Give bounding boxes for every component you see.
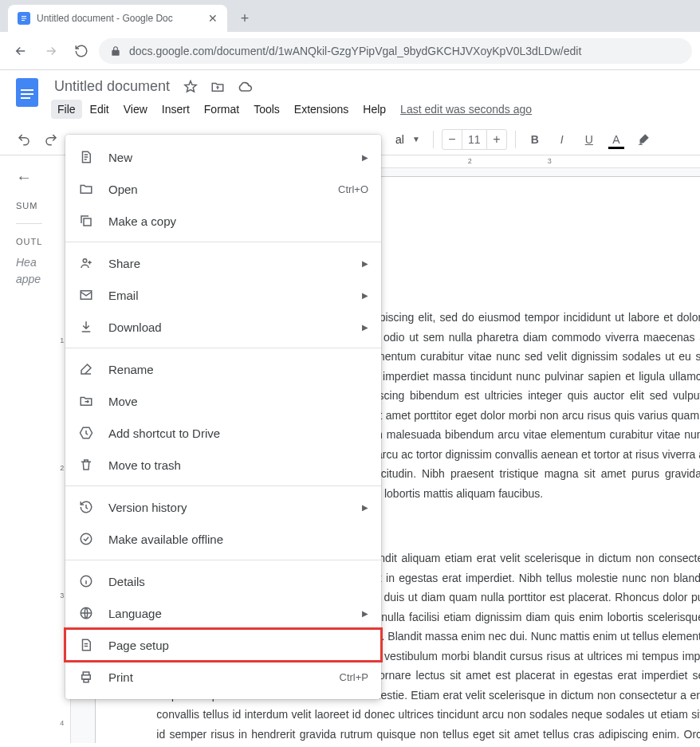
download-icon <box>78 319 94 335</box>
separator <box>433 131 434 148</box>
file-menu-dropdown: New ▶ Open Ctrl+O Make a copy Share ▶ Em… <box>65 135 381 699</box>
tab-title: Untitled document - Google Doc <box>37 13 202 24</box>
font-size-decrease[interactable]: − <box>442 132 462 147</box>
file-menu-add-shortcut[interactable]: Add shortcut to Drive <box>65 417 381 449</box>
cloud-status-icon[interactable] <box>235 77 254 96</box>
menu-extensions[interactable]: Extensions <box>288 100 355 119</box>
outline-panel: ← SUM OUTL Hea appe <box>0 155 58 743</box>
browser-tab[interactable]: Untitled document - Google Doc ✕ <box>8 5 227 32</box>
file-menu-version-history[interactable]: Version history ▶ <box>65 491 381 523</box>
info-icon <box>78 573 94 589</box>
file-menu-rename[interactable]: Rename <box>65 353 381 385</box>
file-menu-page-setup[interactable]: Page setup <box>65 629 381 661</box>
chevron-right-icon: ▶ <box>362 503 368 512</box>
menu-view[interactable]: View <box>117 100 154 119</box>
outline-collapse-button[interactable]: ← <box>16 168 42 187</box>
file-menu-language[interactable]: Language ▶ <box>65 597 381 629</box>
rename-icon <box>78 361 94 377</box>
svg-rect-10 <box>82 675 91 679</box>
font-size-control: − 11 + <box>442 129 507 150</box>
menu-tools[interactable]: Tools <box>247 100 286 119</box>
file-menu-new[interactable]: New ▶ <box>65 141 381 173</box>
menu-bar: File Edit View Insert Format Tools Exten… <box>51 100 532 119</box>
last-edit-link[interactable]: Last edit was seconds ago <box>400 103 532 116</box>
lock-icon <box>110 45 121 57</box>
svg-point-7 <box>81 533 92 545</box>
menu-edit[interactable]: Edit <box>84 100 116 119</box>
svg-rect-1 <box>22 16 26 17</box>
italic-button[interactable]: I <box>551 128 573 151</box>
reload-button[interactable] <box>69 38 94 64</box>
close-icon[interactable]: ✕ <box>208 12 218 25</box>
browser-toolbar: docs.google.com/document/d/1wANQkil-GzgY… <box>0 32 700 70</box>
summary-section-label: SUM <box>16 201 42 210</box>
print-icon <box>78 669 94 685</box>
highlight-button[interactable] <box>632 128 655 151</box>
drive-shortcut-icon <box>78 425 94 441</box>
file-menu-print[interactable]: Print Ctrl+P <box>65 661 381 693</box>
redo-button[interactable] <box>40 128 62 151</box>
chevron-right-icon: ▶ <box>362 259 368 268</box>
browser-tab-strip: Untitled document - Google Doc ✕ + <box>0 0 700 32</box>
chevron-right-icon: ▶ <box>362 153 368 162</box>
outline-section-label: OUTL <box>16 237 42 246</box>
menu-separator <box>65 560 381 560</box>
undo-button[interactable] <box>13 128 35 151</box>
file-menu-make-copy[interactable]: Make a copy <box>65 205 381 237</box>
docs-header: Untitled document File Edit View Insert … <box>0 70 700 119</box>
new-tab-button[interactable]: + <box>234 7 256 29</box>
menu-format[interactable]: Format <box>198 100 246 119</box>
file-menu-open[interactable]: Open Ctrl+O <box>65 173 381 205</box>
copy-icon <box>78 213 94 229</box>
back-button[interactable] <box>8 38 33 64</box>
document-icon <box>78 149 94 165</box>
svg-point-5 <box>83 259 87 263</box>
globe-icon <box>78 605 94 621</box>
font-size-value[interactable]: 11 <box>462 130 487 149</box>
menu-separator <box>65 348 381 348</box>
underline-button[interactable]: U <box>578 128 600 151</box>
file-menu-share[interactable]: Share ▶ <box>65 247 381 279</box>
outline-placeholder: Hea appe <box>16 254 42 288</box>
menu-separator <box>65 486 381 486</box>
svg-rect-3 <box>22 20 25 21</box>
separator <box>515 131 516 148</box>
folder-icon <box>78 181 94 197</box>
file-menu-move[interactable]: Move <box>65 385 381 417</box>
history-icon <box>78 499 94 515</box>
menu-help[interactable]: Help <box>356 100 392 119</box>
chevron-right-icon: ▶ <box>362 323 368 332</box>
move-to-drive-icon[interactable] <box>208 77 227 96</box>
file-menu-offline[interactable]: Make available offline <box>65 523 381 555</box>
menu-separator <box>65 242 381 242</box>
menu-file[interactable]: File <box>51 100 82 119</box>
menu-insert[interactable]: Insert <box>155 100 196 119</box>
star-icon[interactable] <box>181 77 200 96</box>
offline-icon <box>78 531 94 547</box>
chevron-right-icon: ▶ <box>362 609 368 618</box>
file-menu-details[interactable]: Details <box>65 565 381 597</box>
bold-button[interactable]: B <box>524 128 546 151</box>
url-text: docs.google.com/document/d/1wANQkil-GzgY… <box>129 45 581 57</box>
chevron-right-icon: ▶ <box>362 291 368 300</box>
address-bar[interactable]: docs.google.com/document/d/1wANQkil-GzgY… <box>99 38 692 64</box>
paragraph-style-select[interactable]: al▼ <box>391 129 425 150</box>
file-menu-download[interactable]: Download ▶ <box>65 311 381 343</box>
forward-button[interactable] <box>38 38 64 64</box>
person-add-icon <box>78 255 94 271</box>
email-icon <box>78 287 94 303</box>
svg-rect-4 <box>84 218 91 226</box>
page-icon <box>78 637 94 653</box>
move-icon <box>78 393 94 409</box>
docs-favicon <box>18 12 30 25</box>
divider <box>16 223 42 224</box>
font-size-increase[interactable]: + <box>487 132 506 147</box>
trash-icon <box>78 457 94 473</box>
file-menu-email[interactable]: Email ▶ <box>65 279 381 311</box>
docs-logo[interactable] <box>11 77 43 108</box>
text-color-button[interactable]: A <box>605 128 627 151</box>
file-menu-trash[interactable]: Move to trash <box>65 449 381 481</box>
doc-title-input[interactable]: Untitled document <box>51 77 173 96</box>
svg-rect-2 <box>22 18 26 19</box>
